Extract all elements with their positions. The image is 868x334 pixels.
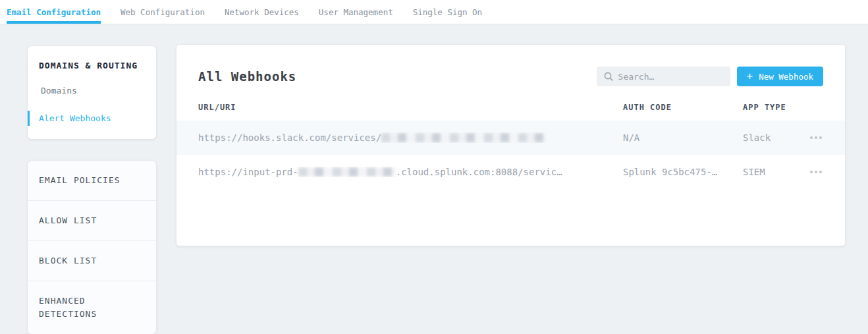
search-box[interactable]	[597, 67, 730, 86]
sidebar-item-block-list[interactable]: BLOCK LIST	[28, 240, 156, 281]
row-menu-icon[interactable]	[809, 167, 823, 177]
redacted-url-segment	[381, 133, 545, 142]
auth-code-cell: N/A	[623, 132, 743, 143]
panel-header: All Webhooks + New Webhook	[176, 45, 845, 86]
webhook-url-suffix: .cloud.splunk.com:8088/servic…	[396, 167, 562, 177]
table-row[interactable]: https://hooks.slack.com/services/ N/A Sl…	[176, 121, 845, 155]
webhook-url-cell: https://input-prd-.cloud.splunk.com:8088…	[198, 167, 623, 177]
column-header-auth-code: AUTH CODE	[623, 103, 743, 112]
auth-code-cell: Splunk 9c5bc475-…	[623, 167, 743, 177]
tab-network-devices[interactable]: Network Devices	[225, 0, 299, 24]
search-icon	[604, 72, 613, 81]
all-webhooks-panel: All Webhooks + New Webhook URL/URI AUTH …	[176, 45, 845, 246]
webhook-url-prefix: https://input-prd-	[198, 167, 298, 177]
table-row[interactable]: https://input-prd-.cloud.splunk.com:8088…	[176, 155, 845, 189]
sidebar-item-domains[interactable]: Domains	[28, 83, 156, 98]
page-title: All Webhooks	[198, 69, 597, 84]
new-webhook-button[interactable]: + New Webhook	[737, 67, 823, 86]
sidebar: DOMAINS & ROUTING Domains Alert Webhooks…	[28, 46, 156, 334]
column-header-url: URL/URI	[198, 103, 623, 112]
search-input[interactable]	[618, 72, 723, 82]
sidebar-sections-card: EMAIL POLICIES ALLOW LIST BLOCK LIST ENH…	[28, 161, 156, 334]
webhooks-table: URL/URI AUTH CODE APP TYPE https://hooks…	[176, 103, 845, 189]
sidebar-item-email-policies[interactable]: EMAIL POLICIES	[28, 161, 156, 200]
redacted-url-segment	[298, 167, 396, 177]
sidebar-item-enhanced-detections[interactable]: ENHANCED DETECTIONS	[28, 281, 156, 334]
app-type-cell: Slack	[743, 132, 794, 143]
table-header-row: URL/URI AUTH CODE APP TYPE	[176, 103, 845, 121]
domains-routing-card: DOMAINS & ROUTING Domains Alert Webhooks	[28, 46, 156, 139]
app-type-cell: SIEM	[743, 167, 794, 177]
column-header-app-type: APP TYPE	[743, 103, 794, 112]
new-webhook-button-label: New Webhook	[759, 72, 813, 82]
tab-single-sign-on[interactable]: Single Sign On	[413, 0, 482, 24]
webhook-url-cell: https://hooks.slack.com/services/	[198, 132, 623, 143]
plus-icon: +	[747, 71, 753, 82]
sidebar-item-allow-list[interactable]: ALLOW LIST	[28, 200, 156, 240]
webhook-url-prefix: https://hooks.slack.com/services/	[198, 132, 381, 143]
sidebar-item-alert-webhooks[interactable]: Alert Webhooks	[28, 111, 156, 126]
tab-email-configuration[interactable]: Email Configuration	[7, 0, 101, 24]
domains-routing-title: DOMAINS & ROUTING	[39, 61, 145, 70]
tab-user-management[interactable]: User Management	[319, 0, 393, 24]
row-menu-icon[interactable]	[809, 132, 823, 143]
top-tab-bar: Email Configuration Web Configuration Ne…	[0, 0, 868, 24]
tab-web-configuration[interactable]: Web Configuration	[121, 0, 205, 24]
